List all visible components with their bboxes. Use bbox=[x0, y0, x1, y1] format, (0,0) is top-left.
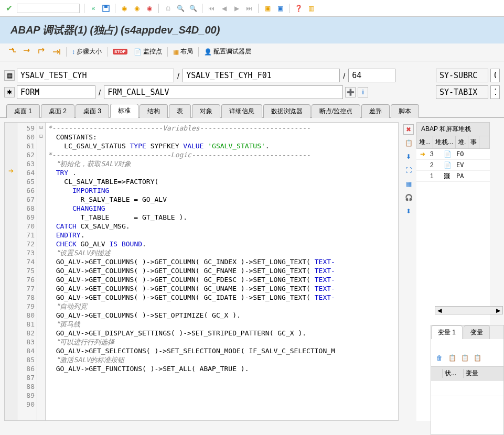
tab-6[interactable]: 对象 bbox=[192, 104, 220, 118]
page-title: ABAP 调试器(1) (独占) (s4appdev_S4D_00) bbox=[0, 17, 504, 44]
tool-icon-2[interactable]: ⬇ bbox=[403, 151, 414, 162]
block-type-field[interactable] bbox=[17, 85, 95, 99]
tab-8[interactable]: 数据浏览器 bbox=[263, 104, 310, 118]
stack-row[interactable]: 2📄EV bbox=[416, 160, 490, 171]
layout-button[interactable]: ▦布局 bbox=[171, 46, 195, 57]
code-panel: ➔ 59606162636465666768697071727374757677… bbox=[4, 122, 399, 421]
code-body[interactable]: *---------------------------Variables---… bbox=[46, 123, 398, 420]
prev-icon[interactable]: ◀ bbox=[219, 4, 229, 13]
variables-panel: 变量 1变量 🗑 📋 📋 📋 状... 变量 bbox=[431, 325, 504, 435]
var-columns: 状... 变量 bbox=[431, 366, 503, 380]
headphones-icon[interactable]: 🎧 bbox=[403, 192, 414, 203]
tool-icon-4[interactable]: ⬍ bbox=[403, 206, 414, 216]
nav2-icon[interactable]: ◉ bbox=[132, 4, 142, 13]
debug-toolbar: ↕步骤大小 STOP 📄监控点 ▦布局 👤配置调试器层 bbox=[0, 44, 504, 61]
tool-icon-1[interactable]: 📋 bbox=[403, 138, 414, 148]
find-next-icon[interactable]: 🔍 bbox=[188, 4, 198, 13]
command-field[interactable] bbox=[17, 4, 80, 13]
breakpoint-gutter[interactable]: ➔ bbox=[5, 123, 17, 420]
context-row-1: ▦ / / bbox=[0, 67, 504, 83]
context-row-2: ✱ / ➕ i bbox=[0, 83, 504, 100]
nav3-icon[interactable]: ◉ bbox=[145, 4, 154, 13]
tab-5[interactable]: 表 bbox=[169, 104, 191, 118]
stack-header: ABAP 和屏幕堆栈 bbox=[416, 122, 490, 136]
program-icon[interactable]: ▦ bbox=[4, 70, 15, 81]
tab-0[interactable]: 桌面 1 bbox=[6, 104, 40, 118]
find-icon[interactable]: 🔍 bbox=[176, 4, 185, 13]
var-tabs: 变量 1变量 bbox=[431, 325, 503, 339]
routine-field[interactable] bbox=[104, 85, 343, 99]
save-icon[interactable] bbox=[101, 4, 111, 13]
ok-icon[interactable]: ✔ bbox=[4, 4, 14, 13]
block-icon[interactable]: ✱ bbox=[4, 87, 15, 97]
step-into-button[interactable] bbox=[6, 47, 19, 57]
first-icon[interactable]: ⏮ bbox=[207, 4, 216, 13]
stack-row[interactable]: ➔3📄FO bbox=[416, 149, 490, 160]
tool-icon-3[interactable]: ▦ bbox=[403, 179, 414, 189]
svg-rect-1 bbox=[104, 5, 108, 8]
stop-button[interactable]: STOP bbox=[111, 48, 130, 56]
line-numbers: 5960616263646566676869707172737475767778… bbox=[17, 123, 37, 420]
tab-7[interactable]: 详细信息 bbox=[221, 104, 262, 118]
goto-icon[interactable]: ➕ bbox=[345, 87, 356, 97]
line-field[interactable] bbox=[348, 69, 395, 82]
tab-1[interactable]: 桌面 2 bbox=[41, 104, 74, 118]
var-tool-3[interactable]: 📋 bbox=[472, 353, 482, 363]
stack-columns: 堆...堆栈...堆.事 bbox=[416, 136, 490, 149]
var-tab-0[interactable]: 变量 1 bbox=[431, 325, 463, 339]
watchpoint-button[interactable]: 📄监控点 bbox=[132, 46, 164, 57]
var-tool-2[interactable]: 📋 bbox=[459, 353, 470, 363]
tabix-label bbox=[436, 85, 488, 99]
tab-9[interactable]: 断点/监控点 bbox=[312, 104, 360, 118]
help-icon[interactable]: ❓ bbox=[294, 4, 303, 13]
subrc-value bbox=[490, 69, 500, 82]
display-icon[interactable]: ▥ bbox=[306, 4, 316, 13]
include-field[interactable] bbox=[183, 69, 340, 82]
delete-icon[interactable]: 🗑 bbox=[434, 353, 445, 363]
next-icon[interactable]: ▶ bbox=[232, 4, 241, 13]
tab-3[interactable]: 标准 bbox=[110, 104, 138, 118]
stack-hscroll[interactable]: ◀▶ bbox=[435, 306, 503, 314]
info-icon[interactable]: i bbox=[358, 87, 368, 97]
last-icon[interactable]: ⏭ bbox=[244, 4, 254, 13]
tab-4[interactable]: 结构 bbox=[140, 104, 168, 118]
code-toolbar-strip: ✖ 📋 ⬇ ⛶ ▦ 🎧 ⬍ bbox=[401, 118, 416, 421]
tab-10[interactable]: 差异 bbox=[361, 104, 390, 118]
var-tab-1[interactable]: 变量 bbox=[464, 325, 490, 339]
var-tool-1[interactable]: 📋 bbox=[447, 353, 457, 363]
continue-button[interactable] bbox=[50, 47, 63, 57]
tab-11[interactable]: 脚本 bbox=[391, 104, 419, 118]
step-out-button[interactable] bbox=[36, 47, 48, 57]
fold-column[interactable]: ⊟⊟ bbox=[37, 123, 46, 420]
program-field[interactable] bbox=[17, 69, 174, 82]
desktop-tabs: 桌面 1桌面 2桌面 3标准结构表对象详细信息数据浏览器断点/监控点差异脚本 bbox=[0, 100, 504, 118]
step-over-button[interactable] bbox=[21, 47, 34, 57]
tabix-value bbox=[490, 85, 500, 99]
collapse-icon[interactable]: « bbox=[89, 4, 98, 13]
step-size-button[interactable]: ↕步骤大小 bbox=[70, 46, 104, 57]
config-layers-button[interactable]: 👤配置调试器层 bbox=[202, 46, 253, 57]
shortcut-icon[interactable]: ▣ bbox=[275, 4, 285, 13]
source-container: ➔ 59606162636465666768697071727374757677… bbox=[0, 118, 401, 421]
fullscreen-icon[interactable]: ⛶ bbox=[403, 165, 414, 176]
system-toolbar: ✔ « ◉ ◉ ◉ ⎙ 🔍 🔍 ⏮ ◀ ▶ ⏭ ▣ ▣ ❓ ▥ bbox=[0, 0, 504, 17]
var-row-empty[interactable] bbox=[431, 380, 503, 396]
new-session-icon[interactable]: ▣ bbox=[263, 4, 272, 13]
tab-2[interactable]: 桌面 3 bbox=[76, 104, 109, 118]
print-icon[interactable]: ⎙ bbox=[163, 4, 173, 13]
close-icon[interactable]: ✖ bbox=[403, 124, 414, 135]
stack-row[interactable]: 1🖼PA bbox=[416, 171, 490, 182]
subrc-label bbox=[436, 69, 488, 82]
nav1-icon[interactable]: ◉ bbox=[120, 4, 129, 13]
